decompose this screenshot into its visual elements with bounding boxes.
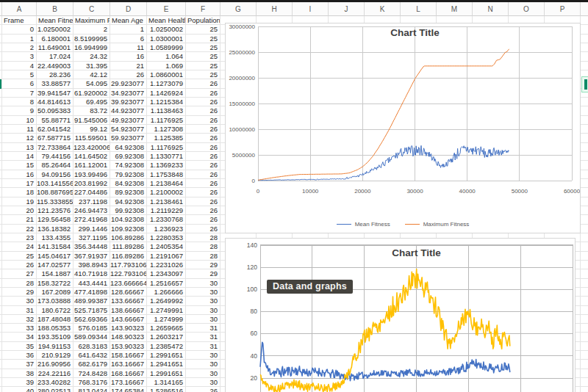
data-cell[interactable]: 30 <box>186 315 220 324</box>
data-cell[interactable]: 443.4441 <box>74 279 110 288</box>
data-cell[interactable]: 8 <box>2 98 37 106</box>
data-cell[interactable]: 17 <box>2 179 37 188</box>
data-cell[interactable]: 74.92308 <box>110 161 147 170</box>
column-letter-P[interactable]: P <box>545 2 581 16</box>
data-cell[interactable]: 94.09156 <box>37 170 74 179</box>
data-cell[interactable]: 20 <box>2 206 37 215</box>
data-cell[interactable]: 1.1176925 <box>147 143 186 152</box>
cell[interactable] <box>581 269 588 278</box>
data-cell[interactable]: 26 <box>186 206 220 215</box>
data-cell[interactable]: 18 <box>2 188 37 197</box>
data-cell[interactable]: 16.994999 <box>74 43 110 52</box>
cell[interactable] <box>581 206 588 215</box>
data-cell[interactable]: 29 <box>186 261 220 269</box>
data-cell[interactable]: 562.69366 <box>74 315 110 324</box>
data-cell[interactable]: 15 <box>2 161 37 170</box>
data-cell[interactable]: 108.887695 <box>37 188 74 197</box>
column-letter-C[interactable]: C <box>74 2 110 16</box>
cell[interactable] <box>581 43 588 52</box>
data-cell[interactable]: 153.90323 <box>110 342 147 351</box>
data-cell[interactable]: 1.1138463 <box>147 106 186 115</box>
data-cell[interactable]: 28 <box>186 233 220 242</box>
data-cell[interactable]: 28.236 <box>37 70 74 79</box>
cell[interactable] <box>581 387 588 392</box>
cell[interactable] <box>581 324 588 333</box>
header-cell[interactable]: Mean Age <box>110 16 147 25</box>
data-cell[interactable]: 1.2991651 <box>147 369 186 378</box>
data-cell[interactable]: 180.6722 <box>37 306 74 315</box>
cell[interactable] <box>581 152 588 161</box>
cell[interactable] <box>581 25 588 34</box>
data-cell[interactable]: 1.0250002 <box>37 25 74 34</box>
data-cell[interactable]: 147.02577 <box>37 261 74 269</box>
data-cell[interactable]: 38 <box>2 369 37 378</box>
data-cell[interactable]: 31 <box>186 342 220 351</box>
column-letter-D[interactable]: D <box>110 2 147 16</box>
data-cell[interactable]: 0 <box>2 25 37 34</box>
data-cell[interactable]: 141.31584 <box>37 242 74 251</box>
data-cell[interactable]: 1.2749991 <box>147 306 186 315</box>
header-cell[interactable]: Population <box>186 16 220 25</box>
data-cell[interactable]: 62.041542 <box>37 125 74 134</box>
cell[interactable] <box>581 143 588 152</box>
data-cell[interactable]: 29.923077 <box>110 79 147 88</box>
data-cell[interactable]: 26 <box>186 161 220 170</box>
data-cell[interactable]: 194.91153 <box>37 342 74 351</box>
data-cell[interactable]: 26 <box>186 387 220 392</box>
data-cell[interactable]: 61.920002 <box>74 89 110 98</box>
data-cell[interactable]: 193.99496 <box>74 170 110 179</box>
data-cell[interactable]: 188.05353 <box>37 324 74 333</box>
cell[interactable] <box>581 52 588 61</box>
data-cell[interactable]: 83.72 <box>74 106 110 115</box>
data-cell[interactable]: 30 <box>186 288 220 297</box>
data-cell[interactable]: 356.34448 <box>74 242 110 251</box>
header-cell[interactable]: Maximum Fitness <box>74 16 110 25</box>
column-letter-I[interactable]: I <box>293 2 329 16</box>
chart-fitness[interactable]: 0100002000030000400005000060000050000001… <box>225 23 581 233</box>
cell[interactable] <box>581 197 588 206</box>
data-cell[interactable]: 1.069 <box>147 62 186 70</box>
data-cell[interactable]: 628.3183 <box>74 342 110 351</box>
data-cell[interactable]: 26 <box>186 215 220 224</box>
data-cell[interactable]: 724.8428 <box>74 369 110 378</box>
data-cell[interactable]: 26 <box>2 261 37 269</box>
cell[interactable] <box>581 279 588 288</box>
data-cell[interactable]: 28 <box>2 279 37 288</box>
data-cell[interactable]: 489.99387 <box>74 297 110 305</box>
cell[interactable] <box>581 342 588 351</box>
data-cell[interactable]: 26 <box>186 143 220 152</box>
data-cell[interactable]: 28 <box>186 242 220 251</box>
column-letter-H[interactable]: H <box>257 2 293 16</box>
data-cell[interactable]: 17.024 <box>37 52 74 61</box>
data-cell[interactable]: 813.0424 <box>74 387 110 392</box>
data-cell[interactable]: 25 <box>2 252 37 261</box>
data-cell[interactable]: 1 <box>2 35 37 43</box>
data-cell[interactable]: 25 <box>186 70 220 79</box>
data-cell[interactable]: 6 <box>2 79 37 88</box>
column-letter-J[interactable]: J <box>329 2 365 16</box>
cell[interactable] <box>581 333 588 341</box>
data-cell[interactable]: 9 <box>2 106 37 115</box>
column-letter-E[interactable]: E <box>147 2 186 16</box>
data-cell[interactable]: 39 <box>2 378 37 387</box>
data-cell[interactable]: 133.66667 <box>110 297 147 305</box>
data-cell[interactable]: 33.88577 <box>37 79 74 88</box>
data-cell[interactable]: 25 <box>186 35 220 43</box>
data-cell[interactable]: 115.333855 <box>37 197 74 206</box>
data-cell[interactable]: 1.1176925 <box>147 116 186 125</box>
data-cell[interactable]: 1.5286516 <box>147 387 186 392</box>
data-cell[interactable]: 187.48048 <box>37 315 74 324</box>
cell[interactable] <box>581 369 588 378</box>
chart-fitness-legend[interactable]: Mean FitnessMaximum Fitness <box>226 221 580 228</box>
cell[interactable] <box>581 242 588 251</box>
data-cell[interactable]: 1.1753848 <box>147 170 186 179</box>
data-cell[interactable]: 768.3176 <box>74 378 110 387</box>
data-cell[interactable]: 1.064 <box>147 52 186 61</box>
data-cell[interactable]: 30 <box>2 297 37 305</box>
data-cell[interactable]: 1.0250002 <box>147 25 186 34</box>
data-cell[interactable]: 173.03888 <box>37 297 74 305</box>
data-cell[interactable]: 136.18382 <box>37 225 74 233</box>
data-cell[interactable]: 26 <box>186 152 220 161</box>
data-cell[interactable]: 19 <box>2 197 37 206</box>
data-cell[interactable]: 1 <box>110 25 147 34</box>
